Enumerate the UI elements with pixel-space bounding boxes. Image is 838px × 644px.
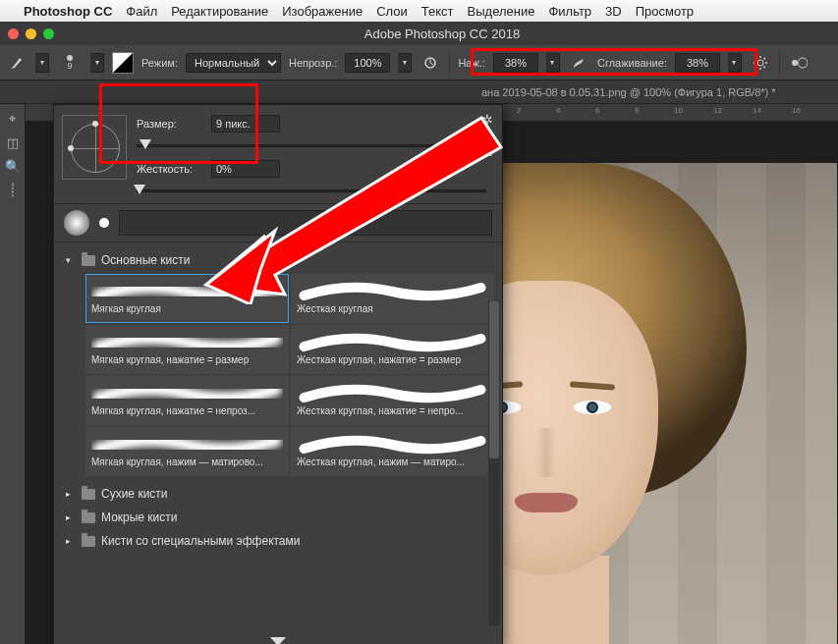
hardness-slider[interactable] [137,184,486,197]
brush-preset-cell[interactable]: Жесткая круглая, нажим — матиро... [291,427,494,476]
tool-zoom-icon[interactable]: 🔍 [2,155,24,177]
hardness-value-field[interactable]: 0% [211,160,280,178]
svg-line-9 [763,58,765,60]
menu-edit[interactable]: Редактирование [171,4,268,19]
panel-tail-icon [270,637,286,644]
menu-select[interactable]: Выделение [468,4,535,19]
brush-preset-cell[interactable]: Жесткая круглая, нажатие = размер [291,325,494,374]
brush-size-number: 9 [67,61,72,71]
document-tabs: ана 2019-05-08 в 0.05.31.png @ 100% (Фиг… [0,80,838,104]
opacity-label: Непрозр.: [289,57,337,69]
folder-label: Сухие кисти [101,487,168,501]
window-title: Adobe Photoshop CC 2018 [54,27,830,41]
brush-preset-cell[interactable]: Мягкая круглая, нажатие = непроз... [85,376,289,425]
brush-label: Жесткая круглая, нажатие = размер [297,354,488,365]
smoothing-chevron-icon[interactable]: ▾ [728,53,742,73]
brush-preset-cell[interactable]: Жесткая круглая [291,274,494,323]
flow-label: Наж.: [458,57,485,69]
flow-field[interactable]: 38% [493,53,538,73]
folder-fx-brushes[interactable]: ▸ Кисти со специальными эффектами [60,529,502,553]
flow-chevron-icon[interactable]: ▾ [546,53,560,73]
brush-sample-row [54,203,502,242]
app-name[interactable]: Photoshop CC [24,4,112,19]
size-value-field[interactable]: 9 пикс. [211,115,280,133]
opacity-field[interactable]: 100% [345,53,390,73]
panel-scrollbar[interactable] [488,301,500,625]
folder-icon [82,489,95,500]
brush-label: Жесткая круглая, нажим — матиро... [297,456,488,467]
options-bar: ▾ 9 ▾ Режим: Нормальный Непрозр.: 100% ▾… [0,45,838,80]
smoothing-field[interactable]: 38% [675,53,720,73]
mode-label: Режим: [141,57,178,69]
svg-point-1 [757,60,763,66]
brush-sample-icon[interactable] [99,218,109,228]
size-label: Размер: [137,118,201,130]
tool-slot[interactable]: ⌖ [2,108,24,130]
folder-icon [82,536,95,547]
svg-point-10 [792,60,798,66]
hardness-label: Жесткость: [137,163,201,175]
brush-stroke-preview [119,210,492,236]
tool-slot[interactable]: ◫ [2,132,24,153]
chevron-down-icon: ▾ [66,255,76,265]
folder-dry-brushes[interactable]: ▸ Сухие кисти [60,482,502,506]
panel-newdoc-icon[interactable]: ⧉ [478,142,496,160]
window-titlebar: Adobe Photoshop CC 2018 [0,22,838,45]
pressure-size-icon[interactable] [788,52,810,74]
folder-icon [82,512,95,523]
brush-label: Мягкая круглая, нажатие = непроз... [91,405,283,416]
brush-preset-panel: Размер: 9 пикс. Жесткость: 0% ✲ [53,104,503,644]
tool-slot[interactable]: ┊ [2,179,24,200]
mode-select[interactable]: Нормальный [186,53,281,73]
current-tool-brush-icon[interactable] [6,52,28,74]
brush-preset-cell[interactable]: Мягкая круглая [85,274,289,323]
brush-preset-cell[interactable]: Жесткая круглая, нажатие = непро... [291,376,494,425]
brush-label: Жесткая круглая, нажатие = непро... [297,405,488,416]
smoothing-gear-icon[interactable] [750,52,771,74]
brush-sample-icon[interactable] [64,210,89,236]
menu-layers[interactable]: Слои [376,4,408,19]
menu-text[interactable]: Текст [421,4,454,19]
chevron-right-icon: ▸ [66,536,76,546]
brush-picker-chevron-icon[interactable]: ▾ [90,53,104,73]
folder-wet-brushes[interactable]: ▸ Мокрые кисти [60,506,502,529]
chevron-right-icon: ▸ [66,489,76,499]
brush-label: Мягкая круглая [91,303,283,314]
brush-angle-pad[interactable] [62,115,127,180]
chevron-right-icon: ▸ [66,512,76,522]
brush-label: Мягкая круглая, нажим — матирово... [91,456,283,467]
svg-point-11 [798,58,808,68]
size-slider[interactable] [137,138,486,152]
window-close-icon[interactable] [8,28,19,39]
menu-file[interactable]: Файл [126,4,157,19]
folder-main-brushes[interactable]: ▾ Основные кисти [60,248,502,272]
svg-line-7 [763,66,765,68]
panel-gear-icon[interactable]: ✲ [478,111,496,129]
brush-preset-cell[interactable]: Мягкая круглая, нажим — матирово... [85,427,289,476]
folder-icon [82,255,95,266]
window-maximize-icon[interactable] [43,28,54,39]
airbrush-icon[interactable] [568,52,589,74]
brush-preset-cell[interactable]: Мягкая круглая, нажатие = размер [85,325,289,374]
svg-line-8 [755,66,757,68]
folder-label: Кисти со специальными эффектами [101,534,301,548]
menu-image[interactable]: Изображение [282,4,363,19]
opacity-chevron-icon[interactable]: ▾ [398,53,412,73]
brush-preview[interactable]: 9 [57,55,83,71]
window-minimize-icon[interactable] [26,28,36,39]
folder-label: Мокрые кисти [101,510,178,524]
macos-menubar[interactable]: Photoshop CC Файл Редактирование Изображ… [0,0,838,22]
tool-preset-chevron-icon[interactable]: ▾ [35,53,49,73]
svg-line-6 [755,58,757,60]
brush-label: Мягкая круглая, нажатие = размер [91,354,283,365]
tools-column: ⌖ ◫ 🔍 ┊ [0,104,26,644]
menu-view[interactable]: Просмотр [636,4,694,19]
canvas-area[interactable]: 0 2 4 6 8 10 12 14 16 [26,104,838,644]
document-tab[interactable]: ана 2019-05-08 в 0.05.31.png @ 100% (Фиг… [481,86,776,98]
brush-label: Жесткая круглая [297,303,488,314]
color-swap-icon[interactable] [112,52,134,74]
menu-filter[interactable]: Фильтр [548,4,591,19]
smoothing-label: Сглаживание: [597,57,667,69]
menu-3d[interactable]: 3D [605,4,622,19]
opacity-pressure-icon[interactable] [419,52,441,74]
